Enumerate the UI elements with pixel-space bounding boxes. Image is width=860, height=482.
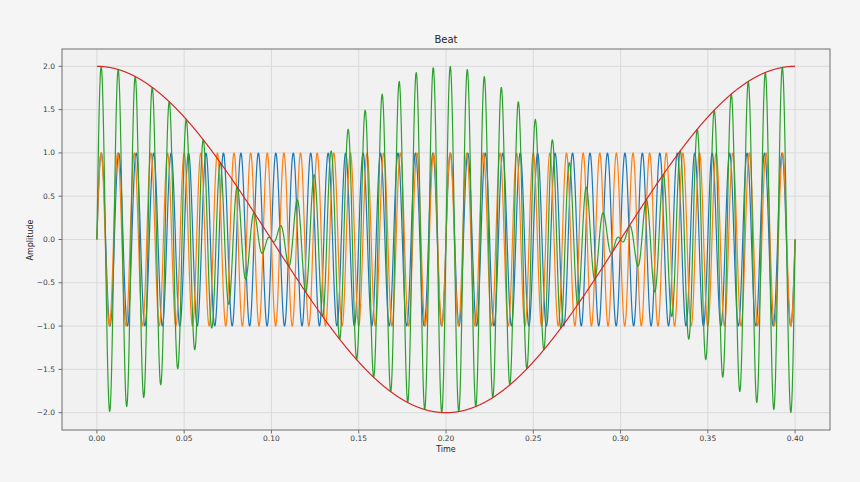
y-tick-label: 0.0 [0,235,55,244]
x-tick-label: 0.20 [438,434,455,443]
y-tick-label: −1.5 [0,365,55,374]
y-tick-label: −0.5 [0,278,55,287]
y-tick-label: 1.5 [0,105,55,114]
y-tick-label: −1.0 [0,322,55,331]
x-tick-label: 0.30 [612,434,629,443]
x-tick-label: 0.05 [176,434,193,443]
x-tick-label: 0.10 [263,434,280,443]
chart-title: Beat [62,34,830,45]
y-tick-label: −2.0 [0,408,55,417]
x-tick-label: 0.25 [525,434,542,443]
x-tick-label: 0.00 [89,434,106,443]
x-tick-label: 0.40 [787,434,804,443]
x-axis-label: Time [62,445,830,454]
y-tick-label: 0.5 [0,192,55,201]
y-tick-label: 2.0 [0,62,55,71]
figure-canvas: Beat Time Amplitude 0.000.050.100.150.20… [0,0,860,482]
plot-svg [0,0,860,482]
x-tick-label: 0.35 [699,434,716,443]
x-tick-label: 0.15 [350,434,367,443]
y-tick-label: 1.0 [0,148,55,157]
